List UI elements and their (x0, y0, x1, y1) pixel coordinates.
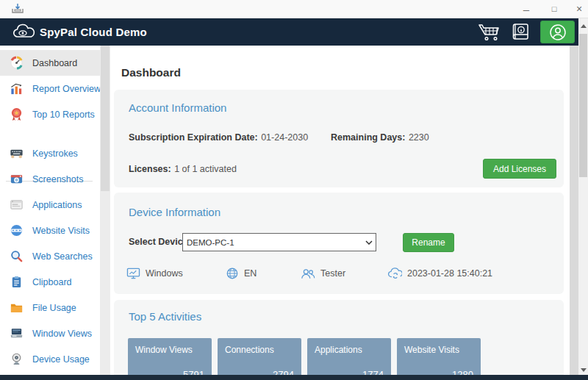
sidebar-nav: Dashboard Report Overview (0, 46, 100, 375)
cart-icon[interactable] (475, 21, 504, 43)
sidebar-item-window-views[interactable]: Window Views (0, 320, 100, 346)
language-icon (226, 267, 239, 280)
scroll-up-icon[interactable] (578, 20, 588, 32)
device-select[interactable]: DEMO-PC-1 (182, 233, 376, 251)
activity-tile-window-views: Window Views 5791 (128, 338, 212, 380)
scroll-down-icon[interactable] (578, 364, 588, 376)
vertical-scrollbar[interactable] (578, 18, 588, 380)
remaining-days-label: Remaining Days: (331, 132, 405, 143)
sidebar-label: Screenshots (32, 174, 83, 184)
magnifier-icon (9, 248, 24, 263)
tray-download-icon (12, 3, 25, 17)
sidebar-label: Applications (32, 200, 82, 210)
top-activities-card: Top 5 Activities Window Views 5791 Conne… (114, 300, 564, 380)
minimize-button[interactable]: – (516, 0, 537, 18)
device-language-value: EN (244, 268, 257, 279)
app-header: SpyPal Cloud Demo (0, 18, 578, 46)
scrollbar-thumb[interactable] (579, 34, 587, 177)
licenses: Licenses: 1 of 1 activated (129, 162, 237, 175)
subscription-expiration-value: 01-24-2030 (261, 132, 308, 143)
bottom-edge-bar (0, 375, 588, 380)
bar-chart-icon (9, 81, 24, 96)
sidebar-item-web-searches[interactable]: Web Searches (0, 243, 100, 269)
device-user-value: Tester (320, 268, 345, 279)
sidebar-label: Dashboard (32, 58, 77, 68)
sidebar-item-file-usage[interactable]: File Usage (0, 295, 100, 320)
monitor-icon (126, 268, 140, 280)
sidebar-item-screenshots[interactable]: Screenshots (0, 166, 100, 192)
sidebar-item-top-10-reports[interactable]: Top 10 Reports (0, 101, 100, 127)
app-window: – □ × SpyPal Cloud Demo (0, 0, 588, 380)
licenses-value: 1 of 1 activated (174, 164, 237, 174)
cloud-sync-icon (387, 268, 402, 279)
users-icon (301, 268, 315, 280)
sidebar-label: Web Searches (32, 251, 93, 262)
sidebar-scrollbar-thumb[interactable] (101, 46, 110, 191)
tile-label: Window Views (135, 345, 193, 355)
sidebar-scrollbar[interactable] (100, 46, 110, 375)
device-last-sync-value: 2023-01-28 15:40:21 (407, 268, 492, 279)
sidebar-label: Keystrokes (32, 148, 78, 159)
device-last-sync: 2023-01-28 15:40:21 (387, 266, 492, 281)
sidebar-label: Website Visits (32, 226, 90, 236)
globe-www-icon (9, 223, 24, 237)
sidebar-label: Device Usage (32, 354, 90, 365)
sidebar-item-report-overview[interactable]: Report Overview (0, 76, 100, 101)
device-information-card: Device Information Select Device: DEMO-P… (114, 193, 564, 294)
close-button[interactable]: × (569, 0, 588, 18)
sidebar-item-device-usage[interactable]: Device Usage (0, 346, 100, 372)
device-os-value: Windows (146, 268, 183, 279)
folder-icon (9, 300, 24, 315)
content-right-gutter (570, 46, 578, 375)
chevron-down-icon (362, 234, 376, 251)
activity-tile-website-visits: Website Visits 1280 (397, 338, 481, 380)
app-title: SpyPal Cloud Demo (40, 18, 147, 46)
tile-label: Applications (315, 345, 362, 355)
activity-tile-applications: Applications 1774 (307, 338, 391, 380)
guide-book-icon[interactable] (507, 21, 535, 43)
sidebar-label: Clipboard (32, 277, 72, 287)
sidebar-item-clipboard[interactable]: Clipboard (0, 269, 100, 295)
tile-label: Connections (225, 345, 274, 355)
activity-tile-connections: Connections 2794 (218, 338, 301, 380)
subscription-expiration: Subscription Expiration Date: 01-24-2030 (129, 130, 308, 143)
gauge-icon (9, 55, 24, 70)
maximize-button[interactable]: □ (544, 0, 564, 18)
sidebar-label: Top 10 Reports (32, 110, 95, 120)
page-title: Dashboard (121, 66, 181, 79)
app-window-icon (9, 197, 24, 212)
rename-button[interactable]: Rename (403, 233, 454, 252)
device-select-value: DEMO-PC-1 (183, 238, 362, 247)
licenses-label: Licenses: (129, 164, 171, 174)
sidebar-item-dashboard[interactable]: Dashboard (0, 50, 100, 76)
cloud-eye-logo-icon (12, 23, 37, 44)
remaining-days: Remaining Days: 2230 (331, 130, 429, 143)
sidebar-item-keystrokes[interactable]: Keystrokes (0, 140, 100, 166)
account-information-card: Account Information Subscription Expirat… (114, 90, 564, 187)
sidebar-item-applications[interactable]: Applications (0, 192, 100, 218)
account-information-title: Account Information (129, 101, 226, 114)
account-button[interactable] (540, 21, 575, 43)
add-licenses-button[interactable]: Add Licenses (483, 159, 556, 179)
window-titlebar: – □ × (0, 0, 588, 18)
sidebar-label: Window Views (32, 329, 92, 339)
remaining-days-value: 2230 (409, 132, 429, 143)
sidebar-label: Report Overview (32, 84, 101, 94)
sidebar-label: File Usage (32, 303, 76, 313)
tile-label: Website Visits (404, 345, 459, 355)
screen-views-icon (9, 326, 24, 340)
camera-icon (9, 171, 24, 186)
device-language: EN (226, 266, 257, 281)
sidebar-item-website-visits[interactable]: Website Visits (0, 218, 100, 243)
device-user: Tester (301, 266, 345, 281)
subscription-expiration-label: Subscription Expiration Date: (129, 132, 258, 143)
device-information-title: Device Information (129, 206, 220, 218)
clipboard-icon (9, 274, 24, 289)
device-os: Windows (126, 266, 183, 281)
keyboard-icon (9, 146, 24, 160)
award-badge-icon (9, 107, 24, 121)
user-icon (549, 24, 567, 41)
top-activities-title: Top 5 Activities (129, 310, 201, 323)
webcam-icon (9, 351, 24, 366)
main-content: Dashboard Account Information Subscripti… (110, 46, 570, 375)
